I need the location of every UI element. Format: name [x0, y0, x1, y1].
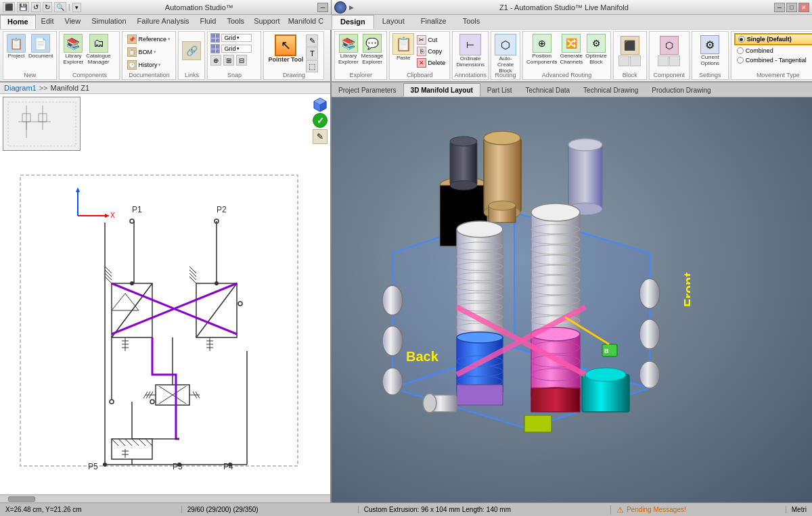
tab-project-params[interactable]: Project Parameters [332, 83, 403, 97]
qa-icon-2[interactable]: 💾 [17, 2, 29, 12]
btn-delete[interactable]: ✕ Delete [415, 57, 447, 68]
tab-fluid[interactable]: Fluid [195, 15, 222, 29]
left-title-text: Automation Studio™ [165, 3, 233, 11]
delete-icon: ✕ [417, 58, 426, 68]
draw-tool-3[interactable]: ⬚ [306, 60, 318, 72]
btn-pointer-tool[interactable]: ↖ Pointer Tool [267, 33, 304, 64]
svg-point-117 [382, 368, 403, 395]
btn-ordinate[interactable]: ⊢ OrdinateDimensions [455, 33, 485, 68]
btn-reference[interactable]: 📌 Reference ▾ [125, 33, 173, 45]
tab-manifold-c[interactable]: Manifold C [284, 15, 328, 29]
btn-auto-create[interactable]: ⬡ Auto-CreateBlock [494, 33, 517, 74]
snap-tool-3[interactable]: ⊟ [236, 55, 247, 66]
btn-msg-exp[interactable]: 💬 MessageExplorer [361, 33, 384, 66]
btn-library-explorer[interactable]: 📚 LibraryExplorer [62, 33, 84, 66]
btn-cut[interactable]: ✂ Cut [415, 34, 447, 45]
btn-generate[interactable]: 🔀 GenerateChannels [559, 33, 583, 66]
btn-catalogue[interactable]: 🗂 CatalogueManager [85, 33, 111, 66]
tab-view[interactable]: View [60, 15, 87, 29]
view-3d[interactable]: Back Front [332, 97, 812, 502]
btn-copy[interactable]: ⎘ Copy [415, 46, 447, 57]
comp-sm-1[interactable] [658, 55, 669, 66]
tab-support[interactable]: Support [250, 15, 284, 29]
minimize-btn[interactable]: ─ [774, 3, 785, 12]
btn-paste[interactable]: 📋 Paste [392, 33, 414, 61]
btn-lib-exp[interactable]: 📚 LibraryExplorer [338, 33, 359, 66]
h-scrollbar[interactable] [0, 494, 330, 502]
confirm-btn[interactable]: ✓ [313, 113, 328, 128]
snap-tool-2[interactable]: ⊞ [223, 55, 234, 66]
maximize-btn[interactable]: □ [786, 3, 797, 12]
qa-icon-6[interactable]: ▾ [72, 3, 81, 12]
bom-icon: 📋 [127, 47, 137, 57]
tab-tools-r[interactable]: Tools [455, 15, 489, 29]
right-title-text: Z1 - Automation Studio™ Live Manifold [499, 3, 629, 11]
tab-3d-manifold[interactable]: 3D Manifold Layout [403, 83, 480, 97]
lib-exp-icon: 📚 [339, 34, 358, 53]
tab-finalize[interactable]: Finalize [413, 15, 455, 29]
grid-dropdown-1[interactable]: Grid ▾ [221, 34, 252, 42]
block-sm-1[interactable] [618, 55, 629, 66]
group-drawing: ↖ Pointer Tool ✎ T ⬚ Drawing [263, 31, 324, 80]
movement-combined[interactable]: Combined [734, 47, 812, 55]
movement-tangential[interactable]: Combined - Tangential [734, 56, 812, 64]
tab-failure-analysis[interactable]: Failure Analysis [132, 15, 195, 29]
h-scrollbar-thumb[interactable] [8, 496, 35, 502]
btn-history[interactable]: 🕐 History ▾ [125, 59, 173, 71]
breadcrumb-separator: >> [39, 84, 48, 92]
tab-tools[interactable]: Tools [221, 15, 250, 29]
group-component: ⬡ Component [649, 31, 690, 80]
tab-layout[interactable]: Layout [374, 15, 413, 29]
btn-current-options[interactable]: ⚙ CurrentOptions [700, 35, 719, 66]
group-block-label: Block [614, 72, 646, 78]
btn-bom[interactable]: 📋 BOM ▾ [125, 46, 173, 58]
tab-technical-data[interactable]: Technical Data [519, 83, 577, 97]
tab-technical-drawing[interactable]: Technical Drawing [577, 83, 645, 97]
group-links: 🔗 Links [178, 31, 205, 80]
btn-position[interactable]: ⊕ PositionComponents [526, 33, 558, 66]
snap-tool-1[interactable]: ⊕ [210, 55, 221, 66]
diagram-area[interactable]: ✓ ✎ X P1 [0, 94, 330, 494]
qa-icon-3[interactable]: ↺ [31, 2, 41, 12]
library-label: LibraryExplorer [63, 53, 83, 65]
edit-diagram-btn[interactable]: ✎ [313, 129, 328, 144]
group-block: ⬛ Block [613, 31, 647, 80]
svg-point-116 [382, 326, 403, 356]
block-sm-2[interactable] [630, 55, 641, 66]
reference-icon: 📌 [127, 34, 137, 44]
tab-design[interactable]: Design [332, 15, 374, 29]
group-clipboard: 📋 Paste ✂ Cut ⎘ Copy ✕ Delete [389, 31, 450, 80]
tab-edit[interactable]: Edit [36, 15, 60, 29]
component-icon[interactable]: ⬡ [660, 36, 679, 55]
tab-home[interactable]: Home [0, 15, 36, 29]
group-settings-label: Settings [692, 72, 728, 78]
tab-production-drawing[interactable]: Production Drawing [645, 83, 717, 97]
right-window-controls[interactable]: ─ □ ✕ [774, 3, 809, 12]
breadcrumb-link[interactable]: Diagram1 [4, 84, 37, 92]
left-ribbon-tabs: Home Edit View Simulation Failure Analys… [0, 15, 332, 30]
radio-single [738, 36, 745, 43]
block-icon[interactable]: ⬛ [621, 36, 639, 55]
draw-tool-1[interactable]: ✎ [306, 34, 318, 47]
links-icon[interactable]: 🔗 [182, 41, 201, 60]
grid-dropdown-2[interactable]: Grid ▾ [221, 45, 252, 53]
svg-point-77 [457, 221, 503, 237]
btn-project[interactable]: 📋 Project [6, 33, 26, 60]
qa-icon-4[interactable]: ↻ [43, 2, 52, 12]
tab-simulation[interactable]: Simulation [86, 15, 131, 29]
view-cube-btn[interactable] [313, 97, 328, 112]
group-components: 📚 LibraryExplorer 🗂 CatalogueManager Com… [59, 31, 120, 80]
qa-icon-1[interactable]: ⬛ [3, 2, 15, 12]
comp-sm-2[interactable] [669, 55, 680, 66]
tab-part-list[interactable]: Part List [480, 83, 519, 97]
units-text: Metri [792, 506, 807, 513]
btn-document[interactable]: 📄 Document [28, 33, 53, 60]
btn-optimize[interactable]: ⚙ OptimizeBlock [585, 33, 608, 66]
svg-point-57 [228, 463, 232, 467]
movement-single[interactable]: Single (Default) [734, 33, 812, 45]
left-minimize-btn[interactable]: ─ [317, 3, 328, 12]
draw-tool-2[interactable]: T [306, 47, 318, 60]
close-btn[interactable]: ✕ [798, 3, 809, 12]
diagram-thumbnail [3, 97, 81, 151]
qa-icon-5[interactable]: 🔍 [54, 2, 66, 12]
